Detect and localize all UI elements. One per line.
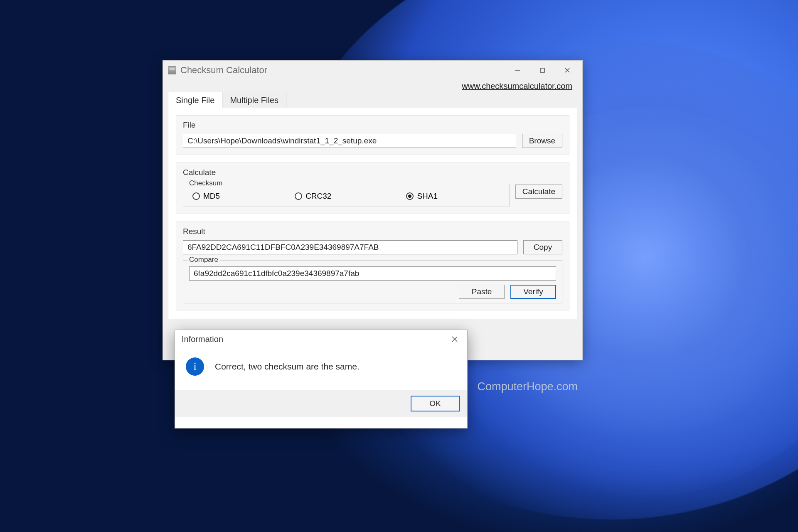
close-button[interactable] [555,62,580,79]
tabs: Single File Multiple Files [163,92,582,108]
radio-icon [295,192,302,200]
compare-input[interactable] [189,266,556,281]
close-icon [451,335,459,343]
information-dialog: Information i Correct, two checksum are … [175,330,468,429]
tab-multiple-files[interactable]: Multiple Files [222,92,286,108]
maximize-icon [539,67,546,74]
radio-icon [406,192,414,200]
app-icon [168,66,176,74]
verify-button[interactable]: Verify [510,285,556,299]
file-group: File Browse [176,115,569,155]
copy-button[interactable]: Copy [523,240,562,254]
result-output[interactable] [183,240,517,254]
radio-md5[interactable]: MD5 [192,192,220,201]
minimize-button[interactable] [505,62,530,79]
result-legend: Result [183,227,562,236]
checksum-legend: Checksum [187,179,224,187]
window-title: Checksum Calculator [180,65,267,76]
dialog-ok-button[interactable]: OK [411,396,460,411]
radio-crc32-label: CRC32 [305,192,331,201]
browse-button[interactable]: Browse [522,134,562,148]
dialog-titlebar[interactable]: Information [175,330,467,348]
maximize-button[interactable] [530,62,555,79]
result-group: Result Copy Compare Paste Verify [176,222,569,310]
checksum-subgroup: Checksum MD5 CRC32 SHA1 [183,184,510,207]
calculate-group: Calculate Checksum MD5 CRC32 [176,163,569,214]
radio-crc32[interactable]: CRC32 [295,192,331,201]
svg-rect-1 [540,68,544,72]
close-icon [564,66,571,74]
dialog-title: Information [182,335,223,344]
tab-single-file[interactable]: Single File [168,92,222,108]
attribution-text: ComputerHope.com [477,380,578,393]
radio-icon [192,192,200,200]
dialog-close-button[interactable] [446,332,463,347]
calculate-legend: Calculate [183,168,562,177]
file-legend: File [183,121,562,130]
checksum-calculator-window: Checksum Calculator www.checksumcalculat… [163,60,583,360]
radio-sha1-label: SHA1 [417,192,438,201]
info-icon: i [186,357,204,376]
compare-legend: Compare [187,256,220,264]
vendor-link[interactable]: www.checksumcalculator.com [462,81,572,91]
radio-md5-label: MD5 [203,192,220,201]
minimize-icon [514,66,521,74]
dialog-message: Correct, two checksum are the same. [215,362,360,372]
radio-sha1[interactable]: SHA1 [406,192,438,201]
compare-subgroup: Compare Paste Verify [183,260,562,303]
calculate-button[interactable]: Calculate [515,185,562,199]
paste-button[interactable]: Paste [459,285,505,299]
titlebar[interactable]: Checksum Calculator [163,61,582,80]
file-path-input[interactable] [183,134,516,148]
tab-panel-single-file: File Browse Calculate Checksum MD5 [168,108,577,319]
